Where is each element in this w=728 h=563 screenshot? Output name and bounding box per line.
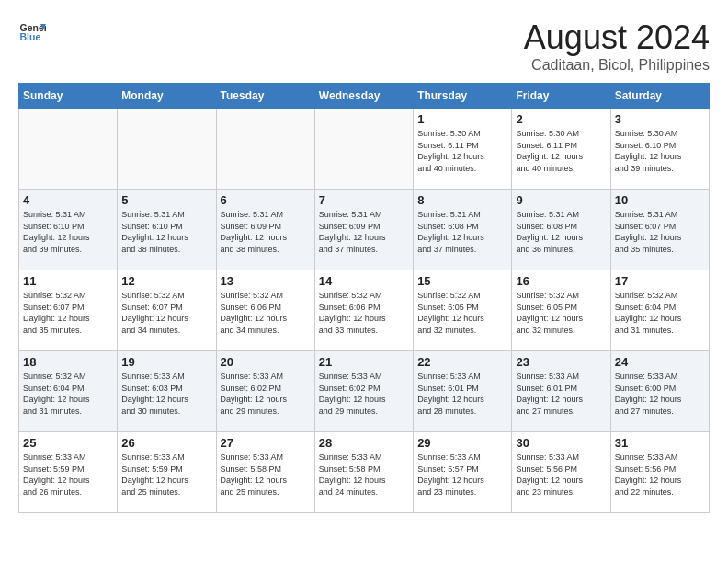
calendar-cell: 24Sunrise: 5:33 AMSunset: 6:00 PMDayligh…: [610, 351, 709, 432]
day-info: Sunrise: 5:32 AMSunset: 6:04 PMDaylight:…: [615, 290, 705, 336]
day-info: Sunrise: 5:33 AMSunset: 5:56 PMDaylight:…: [615, 452, 705, 498]
day-info: Sunrise: 5:30 AMSunset: 6:11 PMDaylight:…: [417, 128, 507, 174]
day-number: 1: [417, 112, 507, 126]
day-number: 27: [221, 436, 311, 450]
day-number: 5: [121, 193, 211, 207]
week-row-4: 18Sunrise: 5:32 AMSunset: 6:04 PMDayligh…: [19, 351, 710, 432]
calendar-cell: 30Sunrise: 5:33 AMSunset: 5:56 PMDayligh…: [512, 432, 610, 513]
day-number: 22: [417, 355, 507, 369]
day-info: Sunrise: 5:33 AMSunset: 5:56 PMDaylight:…: [516, 452, 606, 498]
day-number: 24: [615, 355, 705, 369]
day-number: 2: [516, 112, 606, 126]
day-info: Sunrise: 5:31 AMSunset: 6:08 PMDaylight:…: [417, 209, 507, 255]
calendar-header-row: SundayMondayTuesdayWednesdayThursdayFrid…: [19, 84, 710, 109]
week-row-3: 11Sunrise: 5:32 AMSunset: 6:07 PMDayligh…: [19, 270, 710, 351]
calendar-cell: 1Sunrise: 5:30 AMSunset: 6:11 PMDaylight…: [414, 109, 512, 190]
day-number: 20: [221, 355, 311, 369]
day-info: Sunrise: 5:31 AMSunset: 6:09 PMDaylight:…: [221, 209, 311, 255]
calendar-table: SundayMondayTuesdayWednesdayThursdayFrid…: [18, 83, 710, 513]
day-number: 30: [516, 436, 606, 450]
day-number: 14: [319, 274, 409, 288]
calendar-cell: [216, 109, 314, 190]
calendar-cell: 3Sunrise: 5:30 AMSunset: 6:10 PMDaylight…: [610, 109, 709, 190]
calendar-cell: 17Sunrise: 5:32 AMSunset: 6:04 PMDayligh…: [610, 270, 709, 351]
calendar-cell: 12Sunrise: 5:32 AMSunset: 6:07 PMDayligh…: [118, 270, 216, 351]
day-info: Sunrise: 5:32 AMSunset: 6:06 PMDaylight:…: [319, 290, 409, 336]
day-number: 6: [221, 193, 311, 207]
calendar-cell: 2Sunrise: 5:30 AMSunset: 6:11 PMDaylight…: [512, 109, 610, 190]
day-info: Sunrise: 5:32 AMSunset: 6:04 PMDaylight:…: [23, 371, 113, 417]
calendar-cell: 7Sunrise: 5:31 AMSunset: 6:09 PMDaylight…: [314, 190, 413, 270]
calendar-subtitle: Caditaan, Bicol, Philippines: [524, 57, 710, 74]
svg-text:Blue: Blue: [20, 31, 41, 42]
calendar-cell: 8Sunrise: 5:31 AMSunset: 6:08 PMDaylight…: [414, 190, 512, 270]
day-number: 18: [23, 355, 113, 369]
calendar-cell: [19, 109, 118, 190]
calendar-cell: 6Sunrise: 5:31 AMSunset: 6:09 PMDaylight…: [216, 190, 314, 270]
logo: General Blue: [18, 18, 46, 46]
day-number: 31: [615, 436, 705, 450]
calendar-cell: 26Sunrise: 5:33 AMSunset: 5:59 PMDayligh…: [118, 432, 216, 513]
page-header: General Blue August 2024 Caditaan, Bicol…: [18, 18, 710, 74]
title-block: August 2024 Caditaan, Bicol, Philippines: [524, 18, 710, 74]
day-info: Sunrise: 5:32 AMSunset: 6:05 PMDaylight:…: [417, 290, 507, 336]
week-row-2: 4Sunrise: 5:31 AMSunset: 6:10 PMDaylight…: [19, 190, 710, 270]
calendar-cell: 20Sunrise: 5:33 AMSunset: 6:02 PMDayligh…: [216, 351, 314, 432]
calendar-cell: 21Sunrise: 5:33 AMSunset: 6:02 PMDayligh…: [314, 351, 413, 432]
day-info: Sunrise: 5:31 AMSunset: 6:10 PMDaylight:…: [121, 209, 211, 255]
day-info: Sunrise: 5:33 AMSunset: 5:58 PMDaylight:…: [319, 452, 409, 498]
day-info: Sunrise: 5:33 AMSunset: 6:01 PMDaylight:…: [516, 371, 606, 417]
day-number: 4: [23, 193, 113, 207]
day-number: 10: [615, 193, 705, 207]
calendar-cell: [118, 109, 216, 190]
calendar-cell: 31Sunrise: 5:33 AMSunset: 5:56 PMDayligh…: [610, 432, 709, 513]
calendar-cell: 19Sunrise: 5:33 AMSunset: 6:03 PMDayligh…: [118, 351, 216, 432]
day-info: Sunrise: 5:33 AMSunset: 5:59 PMDaylight:…: [23, 452, 113, 498]
day-info: Sunrise: 5:33 AMSunset: 6:03 PMDaylight:…: [121, 371, 211, 417]
column-header-wednesday: Wednesday: [314, 84, 413, 109]
calendar-cell: 23Sunrise: 5:33 AMSunset: 6:01 PMDayligh…: [512, 351, 610, 432]
calendar-cell: 25Sunrise: 5:33 AMSunset: 5:59 PMDayligh…: [19, 432, 118, 513]
day-number: 23: [516, 355, 606, 369]
calendar-cell: 13Sunrise: 5:32 AMSunset: 6:06 PMDayligh…: [216, 270, 314, 351]
day-info: Sunrise: 5:30 AMSunset: 6:10 PMDaylight:…: [615, 128, 705, 174]
day-info: Sunrise: 5:32 AMSunset: 6:05 PMDaylight:…: [516, 290, 606, 336]
day-info: Sunrise: 5:31 AMSunset: 6:09 PMDaylight:…: [319, 209, 409, 255]
day-number: 25: [23, 436, 113, 450]
week-row-1: 1Sunrise: 5:30 AMSunset: 6:11 PMDaylight…: [19, 109, 710, 190]
day-info: Sunrise: 5:32 AMSunset: 6:07 PMDaylight:…: [121, 290, 211, 336]
day-number: 8: [417, 193, 507, 207]
calendar-cell: 15Sunrise: 5:32 AMSunset: 6:05 PMDayligh…: [414, 270, 512, 351]
day-info: Sunrise: 5:33 AMSunset: 6:02 PMDaylight:…: [319, 371, 409, 417]
column-header-saturday: Saturday: [610, 84, 709, 109]
calendar-cell: 11Sunrise: 5:32 AMSunset: 6:07 PMDayligh…: [19, 270, 118, 351]
calendar-cell: [314, 109, 413, 190]
day-number: 3: [615, 112, 705, 126]
column-header-monday: Monday: [118, 84, 216, 109]
column-header-thursday: Thursday: [414, 84, 512, 109]
day-info: Sunrise: 5:31 AMSunset: 6:07 PMDaylight:…: [615, 209, 705, 255]
calendar-body: 1Sunrise: 5:30 AMSunset: 6:11 PMDaylight…: [19, 109, 710, 513]
column-header-tuesday: Tuesday: [216, 84, 314, 109]
day-number: 7: [319, 193, 409, 207]
day-info: Sunrise: 5:33 AMSunset: 5:57 PMDaylight:…: [417, 452, 507, 498]
day-info: Sunrise: 5:33 AMSunset: 6:00 PMDaylight:…: [615, 371, 705, 417]
calendar-cell: 29Sunrise: 5:33 AMSunset: 5:57 PMDayligh…: [414, 432, 512, 513]
logo-icon: General Blue: [18, 18, 46, 46]
day-number: 16: [516, 274, 606, 288]
day-number: 26: [121, 436, 211, 450]
day-info: Sunrise: 5:31 AMSunset: 6:10 PMDaylight:…: [23, 209, 113, 255]
calendar-cell: 14Sunrise: 5:32 AMSunset: 6:06 PMDayligh…: [314, 270, 413, 351]
column-header-sunday: Sunday: [19, 84, 118, 109]
day-number: 13: [221, 274, 311, 288]
day-number: 15: [417, 274, 507, 288]
day-number: 12: [121, 274, 211, 288]
day-number: 29: [417, 436, 507, 450]
day-info: Sunrise: 5:30 AMSunset: 6:11 PMDaylight:…: [516, 128, 606, 174]
calendar-title: August 2024: [524, 18, 710, 57]
day-number: 9: [516, 193, 606, 207]
calendar-cell: 27Sunrise: 5:33 AMSunset: 5:58 PMDayligh…: [216, 432, 314, 513]
calendar-cell: 4Sunrise: 5:31 AMSunset: 6:10 PMDaylight…: [19, 190, 118, 270]
day-number: 19: [121, 355, 211, 369]
day-number: 21: [319, 355, 409, 369]
